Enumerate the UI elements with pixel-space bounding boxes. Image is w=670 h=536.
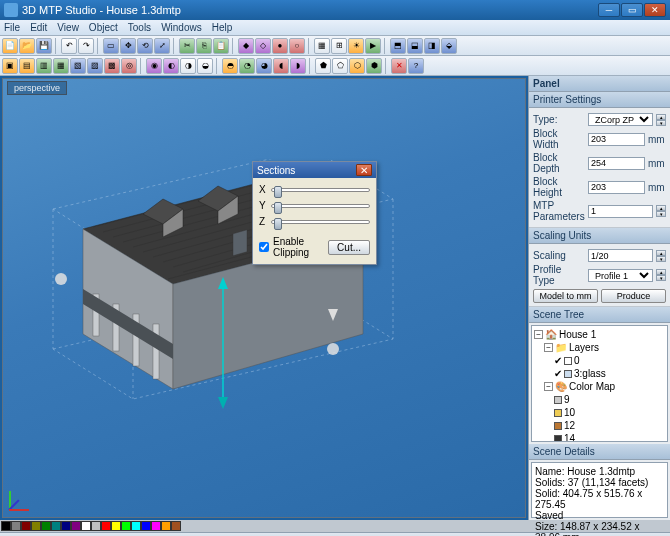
swatch[interactable] (131, 521, 141, 531)
swatch[interactable] (141, 521, 151, 531)
printer-settings-header: Printer Settings (529, 92, 670, 108)
tb2-16-icon[interactable]: ◖ (273, 58, 289, 74)
menu-object[interactable]: Object (89, 22, 118, 33)
new-icon[interactable]: 📄 (2, 38, 18, 54)
tb2-4-icon[interactable]: ▦ (53, 58, 69, 74)
tb2-22-icon[interactable]: ? (408, 58, 424, 74)
block-width-label: Block Width (533, 128, 585, 150)
redo-icon[interactable]: ↷ (78, 38, 94, 54)
tb2-close-icon[interactable]: ✕ (391, 58, 407, 74)
view-side-icon[interactable]: ◨ (424, 38, 440, 54)
slider-z-label: Z (259, 216, 267, 227)
menu-view[interactable]: View (57, 22, 79, 33)
tb2-3-icon[interactable]: ▥ (36, 58, 52, 74)
menu-file[interactable]: File (4, 22, 20, 33)
menu-windows[interactable]: Windows (161, 22, 202, 33)
view-persp-icon[interactable]: ⬙ (441, 38, 457, 54)
tb2-21-icon[interactable]: ⬢ (366, 58, 382, 74)
swatch[interactable] (41, 521, 51, 531)
swatch[interactable] (111, 521, 121, 531)
enable-clipping-checkbox[interactable] (259, 242, 269, 252)
tb2-18-icon[interactable]: ⬟ (315, 58, 331, 74)
view-front-icon[interactable]: ⬓ (407, 38, 423, 54)
block-depth-input[interactable] (588, 157, 645, 170)
swatch[interactable] (11, 521, 21, 531)
swatch[interactable] (101, 521, 111, 531)
tool-a-icon[interactable]: ◆ (238, 38, 254, 54)
paste-icon[interactable]: 📋 (213, 38, 229, 54)
viewport-3d[interactable]: perspective (2, 78, 526, 518)
swatch[interactable] (21, 521, 31, 531)
rotate-icon[interactable]: ⟲ (137, 38, 153, 54)
tb2-5-icon[interactable]: ▧ (70, 58, 86, 74)
tool-c-icon[interactable]: ● (272, 38, 288, 54)
dialog-close-icon[interactable]: ✕ (356, 164, 372, 176)
menu-edit[interactable]: Edit (30, 22, 47, 33)
swatch[interactable] (91, 521, 101, 531)
scale-icon[interactable]: ⤢ (154, 38, 170, 54)
window-title: 3D MTP Studio - House 1.3dmtp (22, 4, 598, 16)
tb2-10-icon[interactable]: ◐ (163, 58, 179, 74)
tb2-7-icon[interactable]: ▩ (104, 58, 120, 74)
slider-x[interactable] (271, 188, 370, 192)
slider-y[interactable] (271, 204, 370, 208)
swatch[interactable] (61, 521, 71, 531)
tb2-13-icon[interactable]: ◓ (222, 58, 238, 74)
model-to-mm-button[interactable]: Model to mm (533, 289, 598, 303)
swatch[interactable] (31, 521, 41, 531)
block-height-input[interactable] (588, 181, 645, 194)
produce-button[interactable]: Produce (601, 289, 666, 303)
slider-z[interactable] (271, 220, 370, 224)
swatch[interactable] (51, 521, 61, 531)
render-icon[interactable]: ▶ (365, 38, 381, 54)
view-top-icon[interactable]: ⬒ (390, 38, 406, 54)
tb2-11-icon[interactable]: ◑ (180, 58, 196, 74)
tb2-15-icon[interactable]: ◕ (256, 58, 272, 74)
menu-tools[interactable]: Tools (128, 22, 151, 33)
type-select[interactable]: ZCorp ZPrinter 450 (588, 113, 653, 126)
undo-icon[interactable]: ↶ (61, 38, 77, 54)
open-icon[interactable]: 📂 (19, 38, 35, 54)
tb2-17-icon[interactable]: ◗ (290, 58, 306, 74)
window-titlebar: 3D MTP Studio - House 1.3dmtp ─ ▭ ✕ (0, 0, 670, 20)
swatch[interactable] (1, 521, 11, 531)
tb2-14-icon[interactable]: ◔ (239, 58, 255, 74)
minimize-button[interactable]: ─ (598, 3, 620, 17)
close-button[interactable]: ✕ (644, 3, 666, 17)
profile-select[interactable]: Profile 1 (588, 269, 653, 282)
tb2-8-icon[interactable]: ◎ (121, 58, 137, 74)
light-icon[interactable]: ☀ (348, 38, 364, 54)
tb2-6-icon[interactable]: ▨ (87, 58, 103, 74)
swatch[interactable] (81, 521, 91, 531)
tb2-19-icon[interactable]: ⬠ (332, 58, 348, 74)
swatch[interactable] (161, 521, 171, 531)
tool-d-icon[interactable]: ○ (289, 38, 305, 54)
tb2-2-icon[interactable]: ▤ (19, 58, 35, 74)
scaling-input[interactable] (588, 249, 653, 262)
menu-help[interactable]: Help (212, 22, 233, 33)
move-icon[interactable]: ✥ (120, 38, 136, 54)
tool-b-icon[interactable]: ◇ (255, 38, 271, 54)
mtp-param-input[interactable] (588, 205, 653, 218)
swatch[interactable] (71, 521, 81, 531)
scene-tree[interactable]: −🏠 House 1 −📁 Layers ✔ 0 ✔ 3:glass −🎨 Co… (531, 325, 668, 442)
save-icon[interactable]: 💾 (36, 38, 52, 54)
cut-icon[interactable]: ✂ (179, 38, 195, 54)
svg-rect-3 (153, 324, 159, 379)
block-width-input[interactable] (588, 133, 645, 146)
tb2-9-icon[interactable]: ◉ (146, 58, 162, 74)
maximize-button[interactable]: ▭ (621, 3, 643, 17)
tb2-20-icon[interactable]: ⬡ (349, 58, 365, 74)
cut-button[interactable]: Cut... (328, 240, 370, 255)
copy-icon[interactable]: ⎘ (196, 38, 212, 54)
grid-icon[interactable]: ▦ (314, 38, 330, 54)
swatch[interactable] (171, 521, 181, 531)
tb2-12-icon[interactable]: ◒ (197, 58, 213, 74)
swatch[interactable] (151, 521, 161, 531)
tb2-1-icon[interactable]: ▣ (2, 58, 18, 74)
swatch[interactable] (121, 521, 131, 531)
block-height-label: Block Height (533, 176, 585, 198)
type-label: Type: (533, 114, 585, 125)
select-icon[interactable]: ▭ (103, 38, 119, 54)
snap-icon[interactable]: ⊞ (331, 38, 347, 54)
